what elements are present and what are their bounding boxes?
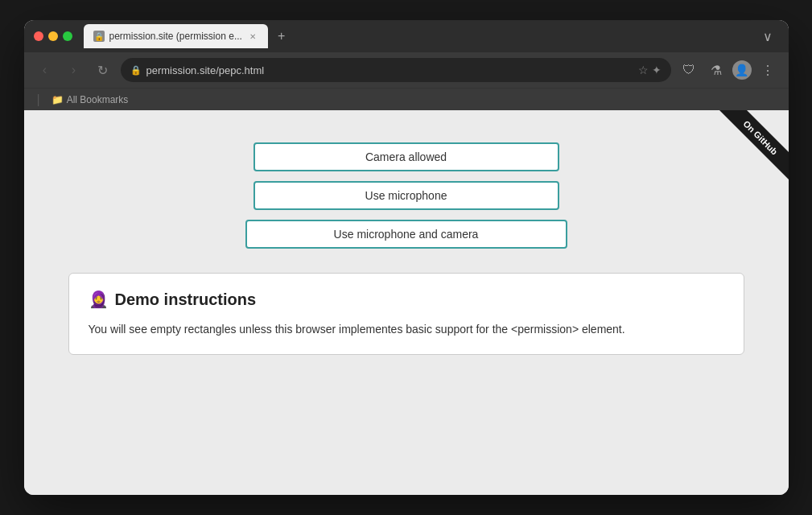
address-actions: ☆ ✦ (638, 64, 662, 76)
lock-icon: 🔒 (130, 65, 142, 76)
bookmarks-divider: | (37, 93, 40, 107)
extensions-icon[interactable]: ✦ (652, 64, 662, 76)
forward-button[interactable]: › (63, 59, 85, 81)
tab-label: permission.site (permission e... (109, 31, 242, 42)
folder-icon: 📁 (52, 94, 64, 105)
nav-actions: 🛡 ⚗ 👤 ⋮ (678, 59, 779, 81)
github-ribbon-label: On GitHub (716, 110, 788, 181)
use-microphone-button[interactable]: Use microphone (253, 181, 559, 210)
menu-button[interactable]: ⋮ (756, 59, 779, 81)
demo-title-text: Demo instructions (115, 290, 257, 309)
window-more-button[interactable]: ∨ (756, 25, 779, 47)
active-tab[interactable]: 🔒 permission.site (permission e... ✕ (84, 24, 268, 48)
bookmark-icon[interactable]: ☆ (638, 64, 649, 76)
permission-buttons: Camera allowed Use microphone Use microp… (245, 142, 567, 249)
use-microphone-and-camera-button[interactable]: Use microphone and camera (245, 220, 567, 249)
github-ribbon[interactable]: On GitHub (692, 110, 789, 207)
camera-allowed-button[interactable]: Camera allowed (253, 142, 559, 171)
traffic-lights (34, 31, 72, 41)
back-button[interactable]: ‹ (34, 59, 56, 81)
avatar[interactable]: 👤 (732, 60, 752, 80)
title-bar: 🔒 permission.site (permission e... ✕ + ∨ (24, 20, 789, 52)
demo-instructions-box: 🧕 Demo instructions You will see empty r… (68, 273, 744, 355)
browser-window: 🔒 permission.site (permission e... ✕ + ∨… (24, 20, 789, 495)
reload-button[interactable]: ↻ (92, 59, 114, 81)
maximize-button[interactable] (63, 31, 72, 41)
url-text: permission.site/pepc.html (146, 64, 633, 76)
page-content: On GitHub Camera allowed Use microphone … (24, 110, 789, 495)
tab-close-button[interactable]: ✕ (247, 31, 258, 42)
shield-icon[interactable]: 🛡 (678, 59, 700, 81)
lab-icon[interactable]: ⚗ (705, 59, 728, 81)
tab-favicon: 🔒 (93, 31, 105, 42)
minimize-button[interactable] (48, 31, 58, 41)
bookmarks-label: All Bookmarks (67, 94, 129, 105)
demo-emoji: 🧕 (89, 290, 109, 309)
nav-bar: ‹ › ↻ 🔒 permission.site/pepc.html ☆ ✦ 🛡 … (24, 52, 789, 88)
tab-bar: 🔒 permission.site (permission e... ✕ + (84, 24, 750, 48)
demo-title: 🧕 Demo instructions (89, 290, 724, 309)
bookmarks-bar: | 📁 All Bookmarks (24, 88, 789, 110)
new-tab-button[interactable]: + (271, 26, 291, 47)
demo-description: You will see empty rectangles unless thi… (89, 320, 724, 338)
all-bookmarks-item[interactable]: 📁 All Bookmarks (47, 93, 134, 107)
close-button[interactable] (34, 31, 43, 41)
address-bar[interactable]: 🔒 permission.site/pepc.html ☆ ✦ (121, 58, 671, 82)
